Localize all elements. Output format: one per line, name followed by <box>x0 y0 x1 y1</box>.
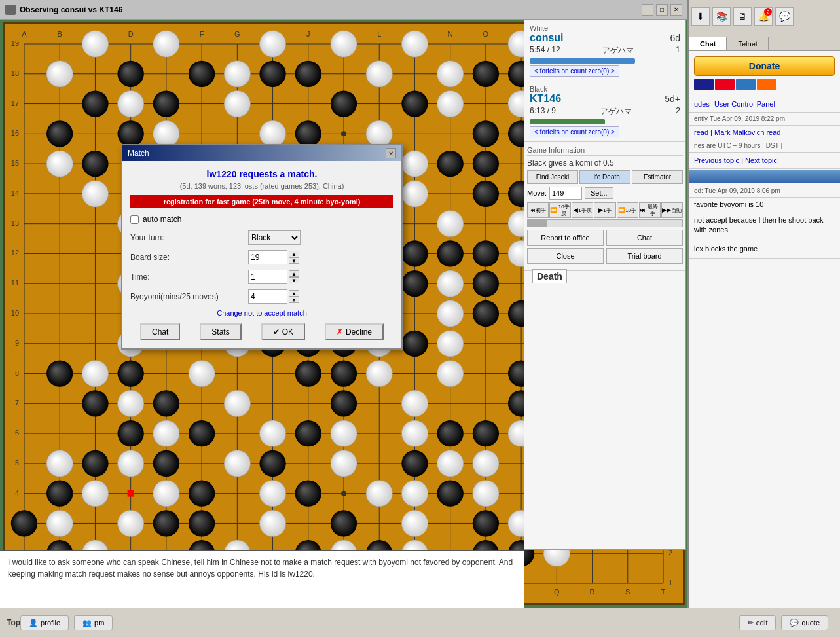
nav-auto-button[interactable]: ▶▶自動 <box>661 202 683 218</box>
time-down[interactable]: ▼ <box>289 277 299 283</box>
top-label[interactable]: Top <box>7 618 20 627</box>
match-sub-text: (5d, 139 wons, 123 losts (rated games 25… <box>130 182 393 190</box>
your-turn-label: Your turn: <box>130 233 248 242</box>
info-panel: White consui 6d 5:54 / 12 アゲハマ 1 < forfe… <box>524 20 686 550</box>
blue-bar <box>689 170 840 183</box>
close-button[interactable]: Close <box>527 248 604 264</box>
dialog-body: lw1220 requests a match. (5d, 139 wons, … <box>122 161 401 348</box>
navigation-buttons: ⏮初手 ⏪10手戻 ◀1手戻 ▶1手 ⏩10手 ⏭最終手 ▶▶自動 <box>527 202 683 218</box>
minimize-button[interactable]: — <box>642 4 653 16</box>
time-label: Time: <box>130 272 248 282</box>
change-link[interactable]: Change not to accept match <box>130 309 393 317</box>
scroll-thumb <box>528 220 547 227</box>
trial-board-button[interactable]: Trial board <box>606 248 683 264</box>
payment-icons <box>694 79 835 90</box>
board-size-input[interactable] <box>248 250 287 264</box>
nav-fwd10-button[interactable]: ⏩10手 <box>617 202 638 218</box>
time-control: ▲ ▼ <box>248 270 299 284</box>
dialog-chat-button[interactable]: Chat <box>140 323 180 340</box>
board-size-up[interactable]: ▲ <box>289 251 299 257</box>
chat-tab[interactable]: Chat <box>689 37 727 50</box>
notification-icon[interactable]: 🔔2 <box>754 7 773 26</box>
date-info: ently Tue Apr 09, 2019 8:22 pm <box>689 113 840 126</box>
titlebar: Observing consui vs KT146 — □ ✕ <box>0 0 687 20</box>
nav-last-button[interactable]: ⏭最終手 <box>639 202 661 218</box>
death-label: Death <box>532 269 567 283</box>
dialog-stats-button[interactable]: Stats <box>200 323 241 340</box>
right-post-text: not accept because I then he shoot back … <box>689 211 840 240</box>
library-icon[interactable]: 📚 <box>712 7 731 26</box>
time-up[interactable]: ▲ <box>289 270 299 277</box>
close-trial-buttons: Close Trial board <box>527 248 683 264</box>
your-turn-control: Black White Auto <box>248 230 301 245</box>
bottom-bar: Top 👤 profile 👥 pm ✏ edit 💬 quote <box>0 608 840 637</box>
byoyomi-input[interactable] <box>248 289 287 304</box>
set-button[interactable]: Set... <box>585 187 613 199</box>
life-death-button[interactable]: Life Death <box>579 170 630 184</box>
match-request-text: lw1220 requests a match. <box>130 169 393 179</box>
download-icon[interactable]: ⬇ <box>691 7 710 26</box>
byoyomi-up[interactable]: ▲ <box>289 290 299 297</box>
nav-fwd1-button[interactable]: ▶1手 <box>594 202 615 218</box>
white-player-name[interactable]: consui <box>530 32 564 44</box>
profile-icon: 👤 <box>29 619 38 627</box>
dialog-ok-button[interactable]: ✔ OK <box>261 323 305 340</box>
previous-topic-link[interactable]: Previous topic <box>694 156 739 164</box>
nav-back10-button[interactable]: ⏪10手戻 <box>549 202 571 218</box>
dialog-title: Match <box>128 149 149 158</box>
byoyomi-row: Byoyomi(mins/25 moves) ▲ ▼ <box>130 289 393 304</box>
time-row: Time: ▲ ▼ <box>130 270 393 284</box>
chat-icon[interactable]: 💬 <box>775 7 794 26</box>
auto-match-checkbox[interactable] <box>130 215 139 224</box>
nav-back1-button[interactable]: ◀1手戻 <box>572 202 593 218</box>
dialog-close-button[interactable]: ✕ <box>386 148 396 158</box>
edit-icon: ✏ <box>748 619 754 627</box>
find-joseki-button[interactable]: Find Joseki <box>527 170 578 184</box>
position-scrollbar[interactable] <box>527 219 683 227</box>
black-player-name[interactable]: KT146 <box>530 93 561 105</box>
telnet-tab[interactable]: Telnet <box>727 37 768 50</box>
game-ctrl-buttons: Find Joseki Life Death Estimator <box>527 170 683 184</box>
game-controls: Game Information Black gives a komi of 0… <box>524 142 685 271</box>
maximize-button[interactable]: □ <box>656 4 668 16</box>
estimator-button[interactable]: Estimator <box>632 170 683 184</box>
black-forfeits-button[interactable]: < forfeits on count zero(0) > <box>530 126 619 137</box>
nav-first-button[interactable]: ⏮初手 <box>527 202 549 218</box>
udes-link[interactable]: udes <box>694 100 710 108</box>
white-player-rank: 6d <box>670 33 680 43</box>
user-control-panel-link[interactable]: User Control Panel <box>714 100 775 108</box>
black-player-section: Black KT146 5d+ 6:13 / 9 アゲハマ 2 < forfei… <box>524 81 685 142</box>
auto-match-label: auto match <box>143 215 181 224</box>
black-time-bar <box>530 119 605 124</box>
action-buttons: Report to office Chat <box>527 230 683 246</box>
dialog-decline-button[interactable]: ✗ Decline <box>325 323 384 340</box>
board-size-down[interactable]: ▼ <box>289 257 299 264</box>
byoyomi-label: Byoyomi(mins/25 moves) <box>130 292 248 301</box>
dialog-buttons: Chat Stats ✔ OK ✗ Decline <box>130 323 393 340</box>
byoyomi-spinner: ▲ ▼ <box>289 290 299 303</box>
game-info-title: Game Information <box>527 146 683 156</box>
report-to-office-button[interactable]: Report to office <box>527 230 604 246</box>
byoyomi-down[interactable]: ▼ <box>289 297 299 303</box>
board-size-row: Board size: ▲ ▼ <box>130 250 393 264</box>
close-button[interactable]: ✕ <box>670 4 682 16</box>
post-content: I would like to ask someone who can spea… <box>0 551 524 585</box>
chat-game-button[interactable]: Chat <box>606 230 683 246</box>
black-player-time: 6:13 / 9 アゲハマ 2 <box>530 106 680 117</box>
pm-button[interactable]: 👥 pm <box>74 615 113 630</box>
window-controls: — □ ✕ <box>642 4 682 16</box>
right-panel: ⬇ 📚 🖥 🔔2 💬 Chat Telnet Donate udes User … <box>687 0 840 637</box>
match-banner: registration for fast game (25th move, 4… <box>130 195 393 208</box>
quote-button[interactable]: 💬 quote <box>781 615 828 630</box>
window-title: Observing consui vs KT146 <box>20 5 642 14</box>
white-forfeits-button[interactable]: < forfeits on count zero(0) > <box>530 65 619 77</box>
monitor-icon[interactable]: 🖥 <box>733 7 752 26</box>
move-input[interactable]: 149 <box>549 187 582 200</box>
your-turn-select[interactable]: Black White Auto <box>248 230 301 245</box>
donate-button[interactable]: Donate <box>694 56 835 76</box>
time-input[interactable] <box>248 270 287 284</box>
next-topic-link[interactable]: Next topic <box>745 156 777 164</box>
edit-button[interactable]: ✏ edit <box>739 615 776 630</box>
visa-icon <box>694 79 714 90</box>
profile-button[interactable]: 👤 profile <box>20 615 69 630</box>
